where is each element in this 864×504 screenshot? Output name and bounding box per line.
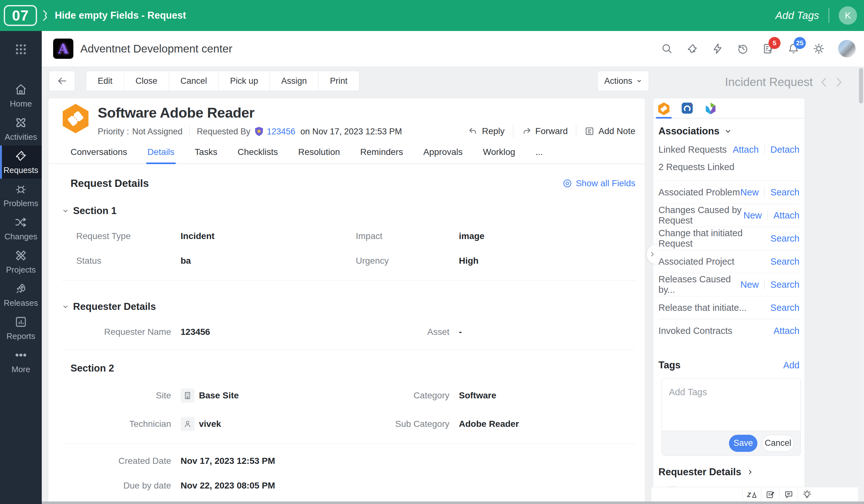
attach-link[interactable]: Attach — [773, 210, 800, 221]
section-divider — [62, 444, 635, 444]
section-divider — [62, 280, 635, 281]
field-label: Status — [76, 256, 171, 266]
notifications-bell-icon[interactable]: 25 — [788, 43, 800, 55]
tab-approvals[interactable]: Approvals — [423, 147, 463, 164]
suggestions-bulb-icon[interactable] — [797, 487, 816, 502]
approvals-tasks-icon[interactable]: 5 — [762, 43, 774, 55]
pickup-button[interactable]: Pick up — [219, 71, 270, 91]
new-link[interactable]: New — [744, 210, 762, 221]
detach-link[interactable]: Detach — [770, 144, 800, 155]
tags-save-button[interactable]: Save — [729, 435, 757, 452]
attach-link[interactable]: Attach — [773, 326, 800, 336]
new-ticket-icon[interactable] — [686, 43, 698, 55]
associations-heading[interactable]: Associations — [658, 125, 800, 137]
back-button[interactable] — [49, 71, 75, 91]
tab-details[interactable]: Details — [147, 147, 175, 164]
settings-gear-icon[interactable] — [813, 43, 825, 55]
apps-grid-icon[interactable] — [0, 40, 42, 59]
forward-button[interactable]: Forward — [521, 126, 568, 136]
prev-record-icon[interactable] — [820, 77, 828, 87]
search-link[interactable]: Search — [770, 279, 800, 290]
tab-more[interactable]: ... — [536, 147, 543, 164]
conversation-actions: Reply Forward Add Note — [468, 125, 635, 137]
tags-add-link[interactable]: Add — [783, 360, 800, 371]
panel-collapse-handle[interactable] — [646, 244, 657, 264]
tags-editor: Add Tags Save Cancel — [662, 379, 801, 456]
requester-id-link[interactable]: 123456 — [267, 127, 296, 136]
actions-dropdown[interactable]: Actions — [598, 71, 649, 91]
show-all-fields-link[interactable]: Show all Fields — [563, 178, 635, 189]
field-value: ba — [181, 256, 355, 266]
field-value: Adobe Reader — [459, 419, 519, 429]
priority-value[interactable]: Not Assigned — [132, 127, 182, 136]
tab-conversations[interactable]: Conversations — [71, 147, 127, 164]
tab-resolution[interactable]: Resolution — [298, 147, 340, 164]
sidebar-item-changes[interactable]: Changes — [0, 212, 42, 245]
section1-header[interactable]: Section 1 — [62, 205, 645, 217]
sidebar-item-requests[interactable]: Requests — [0, 145, 42, 179]
edit-button[interactable]: Edit — [86, 71, 124, 91]
crossed-rulers-icon — [14, 249, 27, 262]
compose-note-icon[interactable] — [761, 487, 779, 502]
servicedesk-tab-icon[interactable] — [658, 102, 670, 118]
profile-avatar[interactable] — [838, 40, 856, 58]
changes-caused-row: Changes Caused by Request New Attach — [658, 204, 800, 227]
tags-input[interactable]: Add Tags — [662, 379, 801, 431]
svg-text:Z: Z — [747, 491, 751, 498]
requester-section-header[interactable]: Requester Details — [62, 301, 645, 312]
field-value: image — [459, 231, 484, 241]
field-label: Site — [76, 391, 171, 400]
sidebar-item-projects[interactable]: Projects — [0, 245, 42, 278]
close-button[interactable]: Close — [124, 71, 169, 91]
linked-requests-count[interactable]: 2 Requests Linked — [658, 162, 800, 172]
search-icon[interactable] — [661, 43, 673, 55]
add-tags-button[interactable]: Add Tags — [776, 10, 819, 22]
sidebar-item-releases[interactable]: Releases — [0, 278, 42, 311]
tags-cancel-button[interactable]: Cancel — [762, 435, 794, 452]
search-link[interactable]: Search — [770, 187, 800, 197]
sidebar-item-problems[interactable]: Problems — [0, 179, 42, 212]
assign-button[interactable]: Assign — [270, 71, 319, 91]
topbar-user-avatar[interactable]: K — [839, 6, 857, 25]
chevron-right-icon — [649, 251, 656, 258]
sidebar-item-reports[interactable]: Reports — [0, 311, 42, 345]
associations-panel: Associations Linked Requests Attach Deta… — [653, 98, 805, 487]
tags-heading: Tags — [658, 360, 681, 371]
new-link[interactable]: New — [740, 187, 759, 197]
reply-button[interactable]: Reply — [468, 126, 505, 136]
tab-tasks[interactable]: Tasks — [195, 147, 218, 164]
next-record-icon[interactable] — [835, 77, 843, 87]
servicenow-tab-icon[interactable] — [681, 102, 693, 118]
eye-icon — [563, 179, 572, 188]
field-label: Asset — [355, 327, 449, 337]
search-link[interactable]: Search — [770, 233, 800, 244]
vertical-scrollbar[interactable] — [858, 67, 864, 502]
chevron-down-icon — [62, 303, 69, 311]
history-icon[interactable] — [737, 43, 749, 55]
tab-checklists[interactable]: Checklists — [238, 147, 278, 164]
attach-link[interactable]: Attach — [733, 144, 759, 155]
chat-icon[interactable] — [779, 487, 797, 502]
integration-cube-tab-icon[interactable] — [705, 102, 717, 118]
linked-requests-row: Linked Requests Attach Detach 2 Requests… — [658, 137, 800, 181]
zia-assistant-icon[interactable]: Z — [743, 487, 761, 502]
sidebar-item-activities[interactable]: Activities — [0, 112, 42, 145]
request-title: Software Adobe Reader — [98, 105, 402, 121]
associations-body: Associations Linked Requests Attach Deta… — [653, 125, 805, 487]
sidebar-item-home[interactable]: Home — [0, 79, 42, 112]
cancel-button[interactable]: Cancel — [169, 71, 219, 91]
print-button[interactable]: Print — [319, 71, 359, 91]
scrollbar-thumb[interactable] — [859, 68, 863, 104]
search-link[interactable]: Search — [770, 303, 800, 313]
tab-worklog[interactable]: Worklog — [483, 147, 515, 164]
sidebar-item-more[interactable]: More — [0, 345, 42, 378]
tab-reminders[interactable]: Reminders — [360, 147, 403, 164]
requester-details-heading[interactable]: Requester Details — [658, 466, 800, 478]
search-link[interactable]: Search — [770, 256, 800, 267]
app-logo[interactable]: A — [53, 39, 73, 59]
associated-problem-row: Associated Problem New Search — [658, 181, 800, 204]
add-note-button[interactable]: Add Note — [585, 126, 635, 136]
breadcrumb-chevron-icon — [42, 10, 48, 21]
quick-actions-bolt-icon[interactable] — [711, 43, 723, 55]
new-link[interactable]: New — [740, 279, 759, 290]
